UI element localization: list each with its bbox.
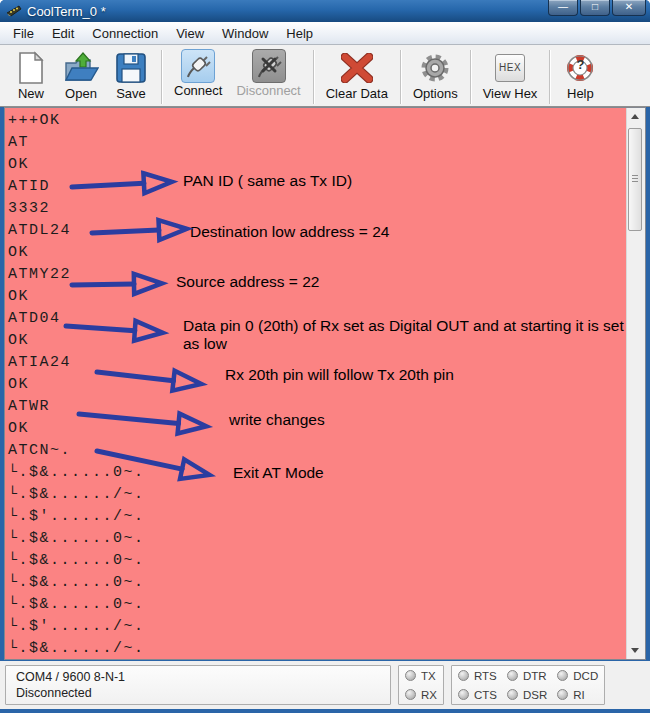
terminal-line: └.$&......0~. — [5, 550, 626, 572]
signal-led-panel: RTS CTS DTR DSR DCD RI — [451, 665, 605, 705]
dcd-led — [557, 670, 568, 681]
options-gear-icon — [417, 49, 453, 86]
dcd-led-label: DCD — [573, 670, 598, 682]
connect-button[interactable]: Connect — [167, 48, 229, 99]
minimize-icon: — — [558, 1, 568, 12]
terminal-line: OK — [5, 242, 626, 264]
help-button[interactable]: ? Help — [555, 48, 605, 102]
toolbar-separator — [400, 50, 401, 104]
menu-file[interactable]: File — [4, 23, 43, 44]
save-button[interactable]: Save — [106, 48, 156, 102]
disconnect-plug-icon — [252, 49, 286, 83]
new-button[interactable]: New — [6, 48, 56, 102]
menubar: File Edit Connection View Window Help — [0, 22, 650, 45]
terminal-line: └.$&......0~. — [5, 572, 626, 594]
annotation-pin-follow: Rx 20th pin will follow Tx 20th pin — [225, 366, 454, 384]
open-button[interactable]: Open — [56, 48, 106, 102]
annotation-data-pin: Data pin 0 (20th) of Rx set as Digital O… — [183, 317, 625, 353]
coolterm-window: CoolTerm_0 * — □ ✕ File Edit Connection … — [0, 0, 650, 713]
scroll-down-icon — [631, 648, 639, 653]
cts-led-label: CTS — [474, 689, 497, 701]
rts-led — [458, 670, 469, 681]
menu-connection[interactable]: Connection — [83, 23, 167, 44]
view-hex-button[interactable]: HEX View Hex — [476, 48, 545, 102]
annotation-pan-id: PAN ID ( same as Tx ID) — [183, 172, 352, 190]
txrx-led-panel: TX RX — [398, 665, 444, 705]
dtr-led-label: DTR — [523, 670, 547, 682]
annotation-write-changes: write changes — [229, 411, 325, 429]
scrollbar-thumb[interactable] — [628, 128, 642, 231]
toolbar-separator — [470, 50, 471, 104]
terminal-line: AT — [5, 132, 626, 154]
maximize-button[interactable]: □ — [580, 0, 610, 16]
terminal-line: └.$&....../~. — [5, 638, 626, 659]
save-floppy-icon — [113, 49, 149, 86]
connection-status: Disconnected — [16, 686, 380, 700]
cts-led — [458, 689, 469, 700]
terminal-line: └.$&......0~. — [5, 594, 626, 616]
menu-edit[interactable]: Edit — [43, 23, 83, 44]
open-folder-icon — [63, 49, 99, 86]
terminal-line: +++OK — [5, 110, 626, 132]
dsr-led-label: DSR — [523, 689, 547, 701]
tx-led-label: TX — [421, 670, 436, 682]
terminal-line: └.$'....../~. — [5, 506, 626, 528]
menu-help[interactable]: Help — [277, 23, 322, 44]
toolbar-separator — [549, 50, 550, 104]
close-button[interactable]: ✕ — [612, 0, 646, 16]
terminal-line: └.$&......0~. — [5, 528, 626, 550]
terminal-line: └.$&....../~. — [5, 484, 626, 506]
rx-led-label: RX — [421, 689, 437, 701]
toolbar-separator — [161, 50, 162, 104]
statusbar: COM4 / 9600 8-N-1 Disconnected TX RX RTS… — [0, 661, 650, 709]
help-lifebuoy-icon: ? — [562, 49, 598, 86]
terminal-line: 3332 — [5, 198, 626, 220]
menu-window[interactable]: Window — [213, 23, 277, 44]
vertical-scrollbar[interactable] — [626, 108, 643, 659]
toolbar: New Open Save — [0, 45, 650, 107]
menu-view[interactable]: View — [167, 23, 213, 44]
annotation-exit-at-mode: Exit AT Mode — [233, 464, 324, 482]
ri-led — [557, 689, 568, 700]
terminal-line: ATCN~. — [5, 440, 626, 462]
scroll-up-button[interactable] — [627, 108, 643, 125]
window-controls: — □ ✕ — [548, 0, 646, 16]
connect-plug-icon — [181, 49, 215, 83]
toolbar-separator — [313, 50, 314, 104]
ri-led-label: RI — [573, 689, 585, 701]
clear-data-button[interactable]: Clear Data — [319, 48, 395, 102]
annotation-destination-address: Destination low address = 24 — [190, 223, 389, 241]
question-mark-icon: ? — [576, 57, 584, 72]
annotation-source-address: Source address = 22 — [176, 273, 319, 291]
minimize-button[interactable]: — — [548, 0, 578, 16]
maximize-icon: □ — [592, 1, 598, 12]
port-info: COM4 / 9600 8-N-1 — [16, 670, 380, 684]
scroll-up-icon — [631, 114, 639, 119]
tx-led — [405, 670, 416, 681]
disconnect-button[interactable]: Disconnect — [229, 48, 307, 99]
terminal-output[interactable]: +++OK AT OK ATID 3332 ATDL24 OK ATMY22 O… — [5, 108, 626, 659]
terminal-line: └.$'....../~. — [5, 616, 626, 638]
options-button[interactable]: Options — [406, 48, 465, 102]
scroll-down-button[interactable] — [627, 642, 643, 659]
rts-led-label: RTS — [474, 670, 497, 682]
dsr-led — [507, 689, 518, 700]
dtr-led — [507, 670, 518, 681]
rx-led — [405, 689, 416, 700]
clear-data-x-icon — [339, 49, 375, 86]
window-title: CoolTerm_0 * — [27, 4, 106, 19]
titlebar[interactable]: CoolTerm_0 * — □ ✕ — [0, 0, 650, 22]
hex-icon: HEX — [492, 49, 528, 86]
serial-connector-app-icon — [6, 4, 22, 18]
new-document-icon — [13, 49, 49, 86]
close-icon: ✕ — [625, 1, 633, 12]
connection-info-panel: COM4 / 9600 8-N-1 Disconnected — [5, 665, 391, 705]
terminal-container: +++OK AT OK ATID 3332 ATDL24 OK ATMY22 O… — [4, 107, 646, 660]
